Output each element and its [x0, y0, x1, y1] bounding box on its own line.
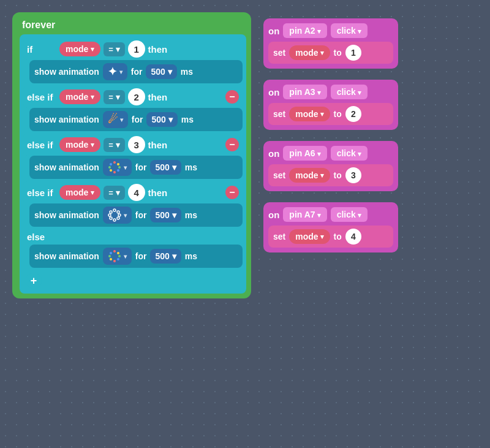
- value-2[interactable]: 2: [128, 88, 145, 105]
- click-a7-dropdown[interactable]: click: [331, 207, 368, 222]
- ring-dots-icon: [108, 161, 121, 174]
- eq-dropdown-1[interactable]: = ▾: [104, 42, 124, 56]
- show-anim-label-4: show animation: [34, 210, 99, 220]
- svg-point-10: [118, 214, 121, 216]
- comet-icon: ☄: [108, 113, 118, 126]
- set-label-a6: set: [273, 170, 285, 180]
- set-mode-a3[interactable]: mode: [289, 107, 330, 121]
- set-row-a2: set mode to 1: [268, 42, 393, 64]
- ms-pill-3[interactable]: 500 ▾: [150, 160, 181, 175]
- mode-dropdown-4[interactable]: mode: [59, 185, 100, 200]
- set-mode-a7[interactable]: mode: [289, 229, 330, 244]
- mode-dropdown-2[interactable]: mode: [59, 89, 100, 104]
- anim-icon-pill-4[interactable]: ▾: [103, 207, 132, 224]
- remove-button-4[interactable]: −: [225, 186, 239, 199]
- pin-blocks-container: on pin A2 click set mode to 1 on pin A3 …: [263, 12, 398, 298]
- ms-pill-1[interactable]: 500 ▾: [146, 64, 176, 79]
- anim-chevron-1: ▾: [119, 69, 123, 75]
- ms-pill-2[interactable]: 500 ▾: [146, 112, 177, 127]
- for-label-else: for: [135, 251, 147, 261]
- anim-icon-pill-2[interactable]: ☄ ▾: [103, 111, 128, 128]
- svg-point-6: [108, 166, 111, 169]
- else-if-label-2: else if: [27, 92, 56, 102]
- add-block-button[interactable]: +: [26, 273, 42, 289]
- to-label-a7: to: [334, 232, 342, 241]
- anim-icon-pill-3[interactable]: ▾: [103, 159, 132, 176]
- on-label-a6: on: [268, 148, 279, 159]
- mode-dropdown-1[interactable]: mode: [59, 42, 100, 56]
- svg-point-4: [113, 171, 116, 173]
- forever-label: forever: [20, 17, 246, 34]
- anim-icon-pill-1[interactable]: ✦ ▾: [103, 63, 127, 80]
- svg-point-17: [117, 252, 119, 254]
- set-label-a2: set: [273, 48, 285, 58]
- set-mode-a6[interactable]: mode: [289, 168, 330, 183]
- else-if-label-3: else if: [27, 140, 56, 150]
- then-label-2: then: [148, 92, 168, 102]
- value-1[interactable]: 1: [128, 40, 145, 58]
- svg-point-8: [113, 209, 116, 211]
- on-label-a2: on: [268, 26, 279, 36]
- set-value-a2[interactable]: 1: [345, 45, 361, 61]
- click-a6-dropdown[interactable]: click: [331, 146, 368, 161]
- then-label-3: then: [148, 140, 168, 150]
- svg-point-2: [118, 166, 121, 169]
- svg-point-14: [108, 214, 111, 216]
- set-value-a7[interactable]: 4: [345, 229, 361, 245]
- ms-label-4: ms: [185, 210, 197, 220]
- anim-chevron-4: ▾: [124, 212, 127, 219]
- svg-point-16: [113, 250, 116, 252]
- click-a3-dropdown[interactable]: click: [331, 85, 368, 99]
- mode-dropdown-3[interactable]: mode: [59, 137, 100, 152]
- show-anim-label-else: show animation: [34, 251, 99, 261]
- set-row-a3: set mode to 2: [268, 103, 393, 125]
- else-if-label-4: else if: [27, 188, 56, 198]
- svg-point-12: [113, 219, 116, 221]
- on-label-a3: on: [268, 87, 279, 97]
- anim-row-1: show animation ✦ ▾ for 500 ▾ ms: [29, 60, 243, 83]
- click-a2-dropdown[interactable]: click: [331, 23, 368, 38]
- for-label-3: for: [135, 162, 147, 172]
- svg-point-7: [110, 163, 112, 165]
- then-label-4: then: [148, 188, 168, 198]
- pin-a3-dropdown[interactable]: pin A3: [283, 85, 326, 99]
- set-value-a3[interactable]: 2: [345, 106, 361, 122]
- svg-point-20: [113, 260, 116, 262]
- pin-block-a6: on pin A6 click set mode to 3: [263, 141, 398, 191]
- pin-a2-dropdown[interactable]: pin A2: [283, 23, 326, 38]
- svg-point-13: [110, 217, 112, 219]
- eq-dropdown-2[interactable]: = ▾: [104, 90, 124, 104]
- svg-point-9: [117, 211, 119, 213]
- set-value-a6[interactable]: 3: [345, 167, 361, 183]
- set-mode-a2[interactable]: mode: [289, 45, 330, 60]
- pin-a7-dropdown[interactable]: pin A7: [283, 207, 326, 222]
- remove-button-2[interactable]: −: [225, 90, 239, 104]
- if-label-1: if: [27, 44, 56, 55]
- ms-pill-else[interactable]: 500 ▾: [150, 249, 181, 264]
- anim-icon-pill-else[interactable]: ▾: [103, 248, 132, 265]
- else-if-block-4: else if mode = ▾ 4 then − show animation: [23, 181, 243, 227]
- svg-point-0: [113, 161, 116, 164]
- svg-point-18: [118, 255, 121, 257]
- ms-pill-4[interactable]: 500 ▾: [150, 208, 181, 222]
- svg-point-19: [117, 258, 119, 260]
- svg-point-3: [117, 169, 119, 172]
- ms-label-1: ms: [181, 67, 193, 77]
- pin-a6-dropdown[interactable]: pin A6: [283, 146, 326, 161]
- set-row-a6: set mode to 3: [268, 164, 393, 186]
- anim-row-else: show animation: [29, 245, 243, 268]
- svg-point-15: [110, 211, 112, 213]
- for-label-1: for: [131, 67, 143, 77]
- value-3[interactable]: 3: [128, 136, 145, 153]
- ring-empty-icon: [108, 208, 121, 222]
- svg-point-1: [117, 163, 119, 165]
- value-4[interactable]: 4: [128, 184, 145, 201]
- on-label-a7: on: [268, 210, 279, 220]
- to-label-a3: to: [334, 109, 342, 119]
- eq-dropdown-3[interactable]: = ▾: [104, 138, 124, 152]
- anim-row-2: show animation ☄ ▾ for 500 ▾ ms: [29, 108, 243, 131]
- set-label-a7: set: [273, 232, 285, 241]
- remove-button-3[interactable]: −: [225, 138, 239, 151]
- svg-point-21: [110, 258, 112, 260]
- eq-dropdown-4[interactable]: = ▾: [104, 186, 124, 200]
